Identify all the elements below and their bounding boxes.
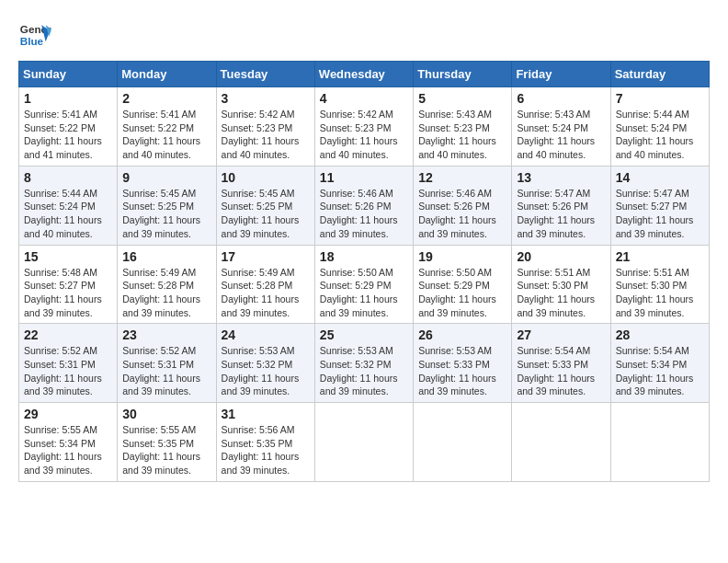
day-number: 30	[122, 407, 210, 421]
day-cell-18: 18Sunrise: 5:50 AMSunset: 5:29 PMDayligh…	[314, 245, 413, 324]
day-number: 28	[616, 327, 704, 342]
day-info: Sunrise: 5:53 AMSunset: 5:32 PMDaylight:…	[320, 344, 408, 398]
day-cell-26: 26Sunrise: 5:53 AMSunset: 5:33 PMDayligh…	[414, 324, 512, 403]
day-number: 20	[517, 249, 605, 264]
day-info: Sunrise: 5:52 AMSunset: 5:31 PMDaylight:…	[122, 344, 210, 398]
day-number: 19	[418, 249, 506, 264]
day-info: Sunrise: 5:43 AMSunset: 5:23 PMDaylight:…	[418, 108, 506, 162]
day-number: 27	[517, 327, 605, 342]
day-number: 4	[320, 91, 408, 106]
day-info: Sunrise: 5:50 AMSunset: 5:29 PMDaylight:…	[418, 266, 506, 320]
day-info: Sunrise: 5:46 AMSunset: 5:26 PMDaylight:…	[320, 187, 408, 241]
day-cell-17: 17Sunrise: 5:49 AMSunset: 5:28 PMDayligh…	[216, 245, 314, 324]
day-cell-21: 21Sunrise: 5:51 AMSunset: 5:30 PMDayligh…	[610, 245, 709, 324]
day-info: Sunrise: 5:53 AMSunset: 5:33 PMDaylight:…	[418, 344, 506, 398]
day-info: Sunrise: 5:51 AMSunset: 5:30 PMDaylight:…	[616, 266, 704, 320]
day-number: 25	[320, 327, 408, 342]
day-cell-16: 16Sunrise: 5:49 AMSunset: 5:28 PMDayligh…	[118, 245, 216, 324]
svg-text:Blue: Blue	[20, 35, 44, 47]
day-info: Sunrise: 5:49 AMSunset: 5:28 PMDaylight:…	[222, 266, 310, 320]
day-info: Sunrise: 5:54 AMSunset: 5:34 PMDaylight:…	[616, 344, 704, 398]
day-number: 10	[222, 170, 310, 185]
day-cell-8: 8Sunrise: 5:44 AMSunset: 5:24 PMDaylight…	[19, 166, 118, 245]
week-row-2: 8Sunrise: 5:44 AMSunset: 5:24 PMDaylight…	[19, 166, 710, 245]
day-info: Sunrise: 5:47 AMSunset: 5:27 PMDaylight:…	[616, 187, 704, 241]
week-row-1: 1Sunrise: 5:41 AMSunset: 5:22 PMDaylight…	[19, 87, 710, 167]
day-info: Sunrise: 5:41 AMSunset: 5:22 PMDaylight:…	[24, 108, 112, 162]
day-info: Sunrise: 5:49 AMSunset: 5:28 PMDaylight:…	[122, 266, 210, 320]
weekday-header-saturday: Saturday	[610, 62, 709, 87]
day-number: 21	[616, 249, 704, 264]
empty-cell	[512, 403, 610, 482]
weekday-header-monday: Monday	[118, 62, 216, 87]
day-number: 14	[616, 170, 704, 185]
day-cell-30: 30Sunrise: 5:55 AMSunset: 5:35 PMDayligh…	[118, 403, 216, 482]
day-cell-3: 3Sunrise: 5:42 AMSunset: 5:23 PMDaylight…	[216, 87, 314, 167]
day-info: Sunrise: 5:48 AMSunset: 5:27 PMDaylight:…	[24, 266, 112, 320]
day-number: 2	[122, 91, 210, 106]
day-info: Sunrise: 5:50 AMSunset: 5:29 PMDaylight:…	[320, 266, 408, 320]
day-number: 11	[320, 170, 408, 185]
day-cell-14: 14Sunrise: 5:47 AMSunset: 5:27 PMDayligh…	[610, 166, 709, 245]
day-cell-28: 28Sunrise: 5:54 AMSunset: 5:34 PMDayligh…	[610, 324, 709, 403]
day-cell-7: 7Sunrise: 5:44 AMSunset: 5:24 PMDaylight…	[610, 87, 709, 167]
day-info: Sunrise: 5:42 AMSunset: 5:23 PMDaylight:…	[222, 108, 310, 162]
day-number: 22	[24, 327, 112, 342]
day-number: 6	[517, 91, 605, 106]
day-number: 12	[418, 170, 506, 185]
weekday-header-wednesday: Wednesday	[314, 62, 413, 87]
logo-icon: General Blue	[18, 18, 51, 52]
header: General Blue	[18, 18, 710, 52]
day-cell-10: 10Sunrise: 5:45 AMSunset: 5:25 PMDayligh…	[216, 166, 314, 245]
day-cell-1: 1Sunrise: 5:41 AMSunset: 5:22 PMDaylight…	[19, 87, 118, 167]
calendar-table: SundayMondayTuesdayWednesdayThursdayFrid…	[18, 61, 710, 482]
weekday-header-thursday: Thursday	[414, 62, 512, 87]
day-cell-27: 27Sunrise: 5:54 AMSunset: 5:33 PMDayligh…	[512, 324, 610, 403]
logo: General Blue	[18, 18, 51, 52]
day-info: Sunrise: 5:51 AMSunset: 5:30 PMDaylight:…	[517, 266, 605, 320]
day-info: Sunrise: 5:42 AMSunset: 5:23 PMDaylight:…	[320, 108, 408, 162]
day-info: Sunrise: 5:45 AMSunset: 5:25 PMDaylight:…	[122, 187, 210, 241]
week-row-4: 22Sunrise: 5:52 AMSunset: 5:31 PMDayligh…	[19, 324, 710, 403]
day-info: Sunrise: 5:44 AMSunset: 5:24 PMDaylight:…	[24, 187, 112, 241]
day-cell-29: 29Sunrise: 5:55 AMSunset: 5:34 PMDayligh…	[19, 403, 118, 482]
day-number: 16	[122, 249, 210, 264]
day-cell-11: 11Sunrise: 5:46 AMSunset: 5:26 PMDayligh…	[314, 166, 413, 245]
day-cell-4: 4Sunrise: 5:42 AMSunset: 5:23 PMDaylight…	[314, 87, 413, 167]
day-info: Sunrise: 5:53 AMSunset: 5:32 PMDaylight:…	[222, 344, 310, 398]
day-cell-6: 6Sunrise: 5:43 AMSunset: 5:24 PMDaylight…	[512, 87, 610, 167]
weekday-header-sunday: Sunday	[19, 62, 118, 87]
day-cell-19: 19Sunrise: 5:50 AMSunset: 5:29 PMDayligh…	[414, 245, 512, 324]
day-number: 17	[222, 249, 310, 264]
day-cell-5: 5Sunrise: 5:43 AMSunset: 5:23 PMDaylight…	[414, 87, 512, 167]
day-cell-13: 13Sunrise: 5:47 AMSunset: 5:26 PMDayligh…	[512, 166, 610, 245]
empty-cell	[414, 403, 512, 482]
empty-cell	[314, 403, 413, 482]
day-info: Sunrise: 5:55 AMSunset: 5:34 PMDaylight:…	[24, 423, 112, 477]
day-info: Sunrise: 5:54 AMSunset: 5:33 PMDaylight:…	[517, 344, 605, 398]
day-number: 5	[418, 91, 506, 106]
day-number: 15	[24, 249, 112, 264]
day-cell-20: 20Sunrise: 5:51 AMSunset: 5:30 PMDayligh…	[512, 245, 610, 324]
weekday-header-tuesday: Tuesday	[216, 62, 314, 87]
day-info: Sunrise: 5:56 AMSunset: 5:35 PMDaylight:…	[222, 423, 310, 477]
day-info: Sunrise: 5:47 AMSunset: 5:26 PMDaylight:…	[517, 187, 605, 241]
day-number: 23	[122, 327, 210, 342]
day-info: Sunrise: 5:41 AMSunset: 5:22 PMDaylight:…	[122, 108, 210, 162]
day-number: 9	[122, 170, 210, 185]
day-info: Sunrise: 5:46 AMSunset: 5:26 PMDaylight:…	[418, 187, 506, 241]
day-number: 29	[24, 407, 112, 421]
day-cell-24: 24Sunrise: 5:53 AMSunset: 5:32 PMDayligh…	[216, 324, 314, 403]
day-cell-12: 12Sunrise: 5:46 AMSunset: 5:26 PMDayligh…	[414, 166, 512, 245]
day-info: Sunrise: 5:44 AMSunset: 5:24 PMDaylight:…	[616, 108, 704, 162]
week-row-3: 15Sunrise: 5:48 AMSunset: 5:27 PMDayligh…	[19, 245, 710, 324]
day-number: 1	[24, 91, 112, 106]
day-number: 3	[222, 91, 310, 106]
day-info: Sunrise: 5:52 AMSunset: 5:31 PMDaylight:…	[24, 344, 112, 398]
day-info: Sunrise: 5:55 AMSunset: 5:35 PMDaylight:…	[122, 423, 210, 477]
day-info: Sunrise: 5:43 AMSunset: 5:24 PMDaylight:…	[517, 108, 605, 162]
day-number: 18	[320, 249, 408, 264]
day-cell-15: 15Sunrise: 5:48 AMSunset: 5:27 PMDayligh…	[19, 245, 118, 324]
day-number: 26	[418, 327, 506, 342]
day-info: Sunrise: 5:45 AMSunset: 5:25 PMDaylight:…	[222, 187, 310, 241]
